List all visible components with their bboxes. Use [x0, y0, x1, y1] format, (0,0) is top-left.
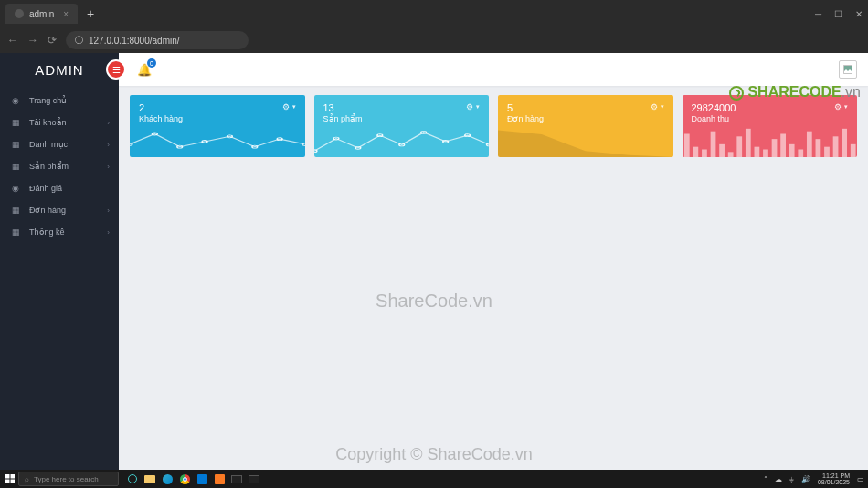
stat-card-label: Doanh thu: [692, 114, 849, 123]
stat-card-value: 13: [323, 102, 481, 113]
sidebar-item-icon: ◉: [9, 184, 22, 193]
sidebar-item-1[interactable]: ▦Tài khoản›: [0, 111, 119, 133]
reload-button[interactable]: ⟳: [48, 34, 57, 47]
stat-card-value: 29824000: [692, 102, 849, 113]
svg-rect-19: [702, 150, 707, 158]
chevron-down-icon: ▾: [844, 103, 848, 111]
stat-card-settings-button[interactable]: ⚙▾: [282, 102, 296, 111]
svg-rect-20: [710, 132, 715, 157]
browser-tab[interactable]: admin ×: [5, 4, 78, 24]
sidebar-item-2[interactable]: ▦Danh mục›: [0, 133, 119, 155]
tray-sound-icon[interactable]: 🔊: [801, 475, 810, 483]
stat-card-sparkline: [683, 126, 858, 157]
close-tab-icon[interactable]: ×: [63, 9, 69, 19]
svg-rect-22: [727, 152, 733, 157]
chevron-down-icon: ▾: [476, 103, 480, 111]
svg-rect-28: [780, 134, 786, 158]
taskbar-app-edge[interactable]: [159, 472, 175, 486]
start-button[interactable]: [4, 472, 16, 485]
tray-clock[interactable]: 11:21 PM 08/01/2025: [818, 472, 850, 485]
taskbar-search[interactable]: ⌕ Type here to search: [18, 472, 119, 486]
window-controls: ─ ☐ ✕: [815, 9, 863, 19]
svg-rect-30: [798, 150, 803, 158]
stat-card-sparkline: [314, 126, 490, 157]
sidebar-item-5[interactable]: ▦Đơn hàng›: [0, 199, 119, 221]
chevron-down-icon: ▾: [661, 103, 664, 111]
chevron-right-icon: ›: [107, 228, 110, 237]
sidebar-item-icon: ▦: [9, 162, 22, 171]
tray-chevron-icon[interactable]: ˄: [764, 475, 767, 483]
user-avatar[interactable]: [839, 60, 857, 79]
maximize-button[interactable]: ☐: [834, 9, 842, 19]
taskbar-app-terminal-2[interactable]: [246, 472, 262, 486]
sidebar-toggle-button[interactable]: ☰: [106, 59, 126, 80]
sidebar-item-icon: ▦: [9, 206, 22, 215]
stat-card-settings-button[interactable]: ⚙▾: [466, 102, 480, 111]
svg-rect-38: [11, 474, 16, 479]
stat-card-label: Khách hàng: [139, 114, 296, 123]
sidebar-item-label: Thống kê: [29, 228, 65, 237]
close-window-button[interactable]: ✕: [855, 9, 863, 19]
new-tab-button[interactable]: +: [81, 6, 100, 21]
notifications-button[interactable]: 🔔 0: [137, 61, 152, 78]
brand-title: ADMIN: [0, 53, 119, 86]
sidebar-item-icon: ▦: [9, 118, 22, 127]
svg-rect-39: [5, 480, 10, 484]
stat-card-label: Đơn hàng: [507, 114, 664, 123]
taskbar-app-vscode[interactable]: [194, 472, 210, 486]
tray-cloud-icon[interactable]: ☁: [775, 475, 782, 483]
chevron-right-icon: ›: [107, 207, 110, 215]
taskbar-app-chrome[interactable]: [176, 472, 193, 486]
sidebar-item-4[interactable]: ◉Đánh giá: [0, 177, 119, 199]
tray-wifi-icon[interactable]: ⏚: [789, 475, 794, 483]
system-tray: ˄ ☁ ⏚ 🔊 11:21 PM 08/01/2025 ▭: [764, 472, 864, 485]
svg-rect-32: [815, 139, 820, 157]
stat-card-0[interactable]: 2Khách hàng⚙▾: [130, 95, 305, 157]
svg-rect-24: [745, 129, 750, 157]
taskbar-app-xampp[interactable]: [211, 472, 228, 486]
taskbar-app-terminal[interactable]: [228, 472, 245, 486]
svg-rect-18: [693, 147, 698, 157]
sidebar-item-label: Đơn hàng: [29, 206, 66, 215]
app-viewport: SHARECODE.vn ADMIN ◉Trang chủ▦Tài khoản›…: [0, 53, 868, 470]
sidebar-item-label: Tài khoản: [29, 118, 67, 127]
browser-tab-strip: admin × + ─ ☐ ✕: [0, 0, 868, 27]
browser-address-bar: ← → ⟳ ⓘ 127.0.0.1:8000/admin/: [0, 27, 868, 53]
svg-rect-27: [771, 139, 777, 157]
gear-icon: ⚙: [834, 102, 842, 111]
sidebar-item-icon: ▦: [9, 228, 22, 237]
sidebar-item-3[interactable]: ▦Sản phẩm›: [0, 155, 119, 177]
notifications-badge: 0: [147, 58, 156, 68]
sidebar-item-0[interactable]: ◉Trang chủ: [0, 90, 119, 111]
taskbar-app-cortana[interactable]: [124, 472, 141, 486]
sidebar-item-label: Sản phẩm: [29, 162, 69, 171]
sidebar-item-icon: ▦: [9, 140, 22, 149]
tray-notifications-icon[interactable]: ▭: [857, 475, 864, 483]
taskbar-app-explorer[interactable]: [142, 472, 158, 486]
taskbar-pinned-apps: [124, 472, 262, 486]
stat-card-value: 2: [139, 102, 296, 113]
svg-rect-40: [11, 480, 16, 484]
stat-card-settings-button[interactable]: ⚙▾: [651, 102, 664, 111]
stat-card-sparkline: [498, 126, 673, 157]
back-button[interactable]: ←: [7, 34, 18, 47]
stat-card-label: Sản phẩm: [323, 114, 481, 123]
main-area: ☰ 🔔 0 2Khách hàng⚙▾13Sản phẩm⚙▾5Đơn hàng…: [119, 53, 868, 470]
forward-button[interactable]: →: [27, 34, 38, 47]
sidebar-item-label: Đánh giá: [29, 184, 62, 193]
gear-icon: ⚙: [651, 102, 658, 111]
stat-card-settings-button[interactable]: ⚙▾: [834, 102, 848, 111]
url-input[interactable]: ⓘ 127.0.0.1:8000/admin/: [66, 31, 249, 49]
sidebar-item-label: Trang chủ: [29, 96, 67, 105]
sidebar-item-icon: ◉: [9, 96, 22, 105]
minimize-button[interactable]: ─: [815, 9, 821, 19]
svg-rect-35: [842, 129, 847, 157]
svg-rect-37: [5, 474, 10, 479]
sidebar-item-6[interactable]: ▦Thống kê›: [0, 221, 119, 243]
stat-card-1[interactable]: 13Sản phẩm⚙▾: [314, 95, 490, 157]
broken-image-icon: [842, 64, 853, 75]
sidebar-item-label: Danh mục: [29, 140, 68, 149]
stat-card-2[interactable]: 5Đơn hàng⚙▾: [498, 95, 673, 157]
svg-rect-33: [824, 147, 830, 157]
stat-card-3[interactable]: 29824000Doanh thu⚙▾: [683, 95, 858, 157]
